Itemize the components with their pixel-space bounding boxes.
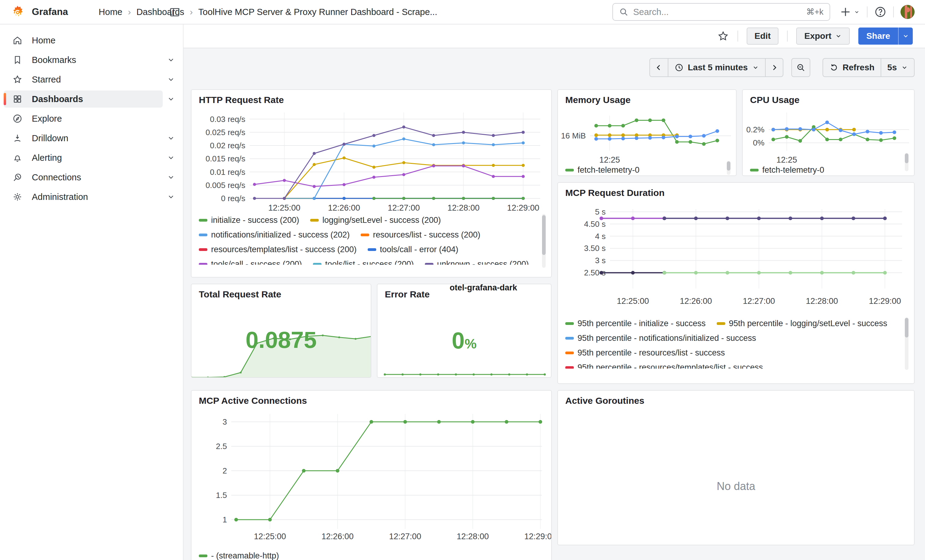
legend-label: tools/call - success (200)	[211, 260, 302, 265]
legend-item[interactable]: unknown - success (200)	[425, 260, 529, 265]
legend-scrollbar[interactable]	[905, 317, 908, 370]
sidebar-item-label: Dashboards	[32, 94, 83, 104]
svg-text:2.5: 2.5	[216, 442, 227, 451]
panel-title[interactable]: Error Rate	[385, 289, 430, 300]
legend-item[interactable]: 95th percentile - initialize - success	[565, 319, 706, 328]
legend-label: 95th percentile - resources/templates/li…	[577, 363, 763, 369]
sidebar-item-bookmarks[interactable]: Bookmarks	[0, 51, 183, 69]
panel-title[interactable]: Total Request Rate	[199, 289, 282, 300]
legend-item[interactable]: resources/list - success (200)	[361, 230, 480, 240]
legend-swatch-icon	[565, 366, 574, 369]
chevron-down-icon[interactable]	[167, 56, 175, 64]
user-avatar[interactable]	[901, 5, 914, 19]
chevron-down-icon[interactable]	[167, 173, 175, 181]
compass-icon	[12, 113, 23, 124]
legend-scrollbar[interactable]	[905, 153, 908, 171]
panel-title[interactable]: HTTP Request Rate	[199, 95, 284, 105]
legend-label: fetch-telemetry-0	[577, 165, 640, 175]
legend-scrollbar[interactable]	[542, 214, 546, 268]
sidebar-toggle-icon[interactable]	[169, 7, 181, 18]
legend-item[interactable]: logging/setLevel - success (200)	[310, 216, 441, 225]
legend-item[interactable]: 95th percentile - resources/list - succe…	[565, 348, 725, 357]
share-caret	[898, 27, 913, 45]
grafana-logo-icon[interactable]	[11, 5, 24, 19]
legend-swatch-icon	[717, 322, 725, 325]
search-input-wrapper[interactable]: ⌘+k	[612, 3, 830, 21]
time-zoom-out-button[interactable]	[792, 59, 810, 77]
legend-item[interactable]: tools/list - success (200)	[313, 260, 414, 265]
legend-item[interactable]: fetch-telemetry-0	[565, 165, 640, 175]
panel-cpu-usage: CPU Usage 12:250.2%0% fetch-telemetry-0	[742, 89, 914, 176]
chevron-down-icon	[752, 64, 759, 71]
sidebar-item-explore[interactable]: Explore	[0, 110, 183, 127]
panel-title[interactable]: Active Goroutines	[565, 396, 644, 406]
time-controls: Last 5 minutes Refresh 5s	[649, 58, 914, 77]
svg-text:12:28:00: 12:28:00	[447, 203, 480, 212]
sidebar-item-dashboards[interactable]: Dashboards	[0, 90, 183, 108]
legend-item[interactable]: fetch-telemetry-0	[750, 165, 824, 175]
legend-scrollbar[interactable]	[727, 161, 731, 175]
sidebar-item-alerting[interactable]: Alerting	[0, 149, 183, 166]
legend-label: resources/templates/list - success (200)	[211, 245, 357, 254]
sidebar-item-drilldown[interactable]: Drilldown	[0, 130, 183, 147]
chevron-down-icon[interactable]	[167, 95, 175, 103]
mcp-active-connections-chart: 12:25:0012:26:0012:27:0012:28:0012:29:00…	[191, 408, 552, 546]
refresh-icon	[829, 63, 838, 72]
legend-label: 95th percentile - logging/setLevel - suc…	[729, 319, 887, 328]
legend-swatch-icon	[199, 554, 207, 557]
breadcrumb-home[interactable]: Home	[99, 7, 122, 17]
sidebar-item-connections[interactable]: Connections	[0, 169, 183, 186]
share-button[interactable]: Share	[858, 27, 913, 45]
help-icon[interactable]	[874, 6, 886, 18]
legend-item[interactable]: initialize - success (200)	[199, 216, 299, 225]
sidebar-item-home[interactable]: Home	[0, 32, 183, 49]
panel-title[interactable]: MCP Request Duration	[565, 188, 664, 198]
time-shift-back-button[interactable]	[650, 59, 668, 77]
breadcrumb-separator: ›	[190, 7, 193, 17]
legend-item[interactable]: tools/call - success (200)	[199, 260, 302, 265]
panel-title[interactable]: MCP Active Connections	[199, 396, 307, 406]
legend-item[interactable]: resources/templates/list - success (200)	[199, 245, 357, 254]
legend-item[interactable]: notifications/initialized - success (202…	[199, 230, 350, 240]
divider	[867, 6, 868, 17]
legend-swatch-icon	[750, 169, 759, 171]
sidebar-item-label: Home	[32, 36, 55, 45]
search-input[interactable]	[633, 7, 801, 17]
add-new-button[interactable]	[839, 6, 860, 18]
chevron-down-icon[interactable]	[167, 154, 175, 162]
sidebar-item-label: Explore	[32, 114, 62, 124]
top-bar: Grafana Home › Dashboards › ToolHive MCP…	[0, 0, 925, 24]
plus-icon	[839, 6, 851, 18]
chevron-down-icon[interactable]	[167, 193, 175, 201]
refresh-group: Refresh 5s	[823, 58, 914, 77]
mcp-active-connections-legend: - (streamable-http)	[199, 548, 383, 560]
refresh-interval-picker[interactable]: 5s	[881, 59, 914, 77]
legend-label: resources/list - success (200)	[373, 230, 480, 240]
cpu-usage-chart: 12:250.2%0%	[743, 103, 914, 166]
sidebar-item-administration[interactable]: Administration	[0, 188, 183, 206]
chevron-down-icon[interactable]	[167, 134, 175, 142]
panel-http-request-rate: HTTP Request Rate 12:25:0012:26:0012:27:…	[191, 89, 552, 278]
export-button[interactable]: Export	[796, 27, 850, 45]
time-shift-forward-button[interactable]	[765, 59, 783, 77]
legend-item[interactable]: 95th percentile - notifications/initiali…	[565, 333, 756, 343]
chevron-down-icon	[853, 9, 860, 15]
sidebar-item-starred[interactable]: Starred	[0, 71, 183, 88]
legend-item[interactable]: tools/call - error (404)	[368, 245, 458, 254]
svg-text:12:29:00: 12:29:00	[524, 532, 552, 541]
legend-item[interactable]: 95th percentile - resources/templates/li…	[565, 363, 763, 369]
favorite-star-icon[interactable]	[717, 30, 729, 42]
legend-label: initialize - success (200)	[211, 216, 299, 225]
svg-text:12:27:00: 12:27:00	[743, 297, 775, 306]
time-range-label: Last 5 minutes	[688, 63, 748, 72]
chevron-down-icon[interactable]	[167, 75, 175, 83]
sidebar-item-label: Starred	[32, 75, 61, 85]
legend-item[interactable]: - (streamable-http)	[199, 551, 279, 560]
svg-text:3: 3	[223, 417, 227, 426]
time-range-picker[interactable]: Last 5 minutes	[668, 59, 765, 77]
refresh-button[interactable]: Refresh	[823, 59, 881, 77]
gear-icon	[12, 192, 23, 202]
edit-button[interactable]: Edit	[747, 27, 779, 45]
legend-item[interactable]: 95th percentile - logging/setLevel - suc…	[717, 319, 887, 328]
legend-swatch-icon	[565, 351, 574, 354]
